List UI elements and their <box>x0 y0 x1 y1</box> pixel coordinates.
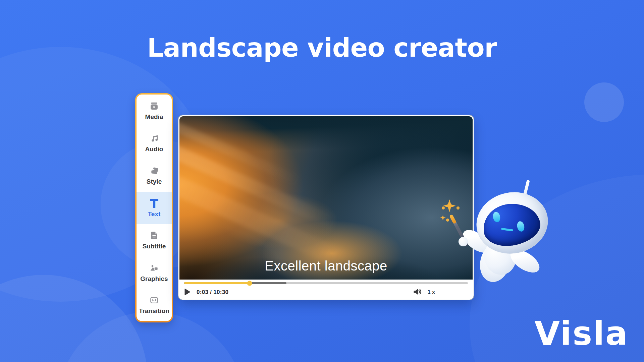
graphics-icon <box>150 263 159 274</box>
video-player: Excellent landscape 0:03 / 10:30 1 x CC <box>178 115 474 300</box>
sidebar-item-label: Media <box>145 114 163 120</box>
progress-bar[interactable] <box>184 282 468 284</box>
transition-icon <box>150 296 159 306</box>
video-caption: Excellent landscape <box>179 258 473 274</box>
sun-ray <box>179 118 301 186</box>
play-button[interactable] <box>184 288 191 297</box>
sidebar-item-text[interactable]: T Text <box>137 192 172 224</box>
volume-icon <box>413 288 422 297</box>
editor-sidebar-inner: Media Audio Style T Text <box>137 95 172 321</box>
landing-hero: Landscape video creator Media Audio Sty <box>0 0 644 362</box>
audio-icon <box>150 134 159 144</box>
play-icon <box>184 288 191 297</box>
time-display: 0:03 / 10:30 <box>197 289 228 296</box>
captions-button[interactable]: CC <box>441 288 451 296</box>
sidebar-item-label: Text <box>148 211 161 217</box>
player-controls: 0:03 / 10:30 1 x CC <box>179 280 473 300</box>
sidebar-item-label: Audio <box>145 146 163 152</box>
background-blob <box>584 82 624 122</box>
cc-icon: CC <box>443 290 449 295</box>
sparkle-dot <box>442 206 445 209</box>
sidebar-item-transition[interactable]: Transition <box>137 289 172 321</box>
playback-rate[interactable]: 1 x <box>428 289 435 295</box>
volume-button[interactable] <box>413 288 422 297</box>
sidebar-item-audio[interactable]: Audio <box>137 127 172 160</box>
page-title: Landscape video creator <box>0 33 644 63</box>
sidebar-item-style[interactable]: Style <box>137 159 172 192</box>
style-icon <box>150 166 159 177</box>
editor-sidebar: Media Audio Style T Text <box>135 93 173 322</box>
sidebar-item-label: Subtitle <box>143 243 166 249</box>
sun-ray <box>179 140 338 230</box>
progress-played <box>184 282 250 284</box>
robot-hand <box>459 237 468 246</box>
video-viewport[interactable]: Excellent landscape <box>179 116 473 280</box>
robot-mascot <box>456 177 567 293</box>
subtitle-icon <box>150 231 159 241</box>
media-icon <box>150 102 159 112</box>
sidebar-item-graphics[interactable]: Graphics <box>137 256 172 289</box>
sidebar-item-subtitle[interactable]: Subtitle <box>137 224 172 256</box>
background-blob <box>0 47 208 302</box>
background-blob <box>0 275 148 362</box>
sidebar-item-label: Graphics <box>140 276 168 282</box>
sidebar-item-label: Style <box>147 178 162 185</box>
sparkle-dot <box>446 219 449 222</box>
text-icon: T <box>150 198 158 209</box>
brand-logo: Visla <box>534 314 629 353</box>
controls-row: 0:03 / 10:30 1 x CC <box>184 285 468 300</box>
sidebar-item-label: Transition <box>139 308 169 314</box>
sidebar-item-media[interactable]: Media <box>137 95 172 127</box>
